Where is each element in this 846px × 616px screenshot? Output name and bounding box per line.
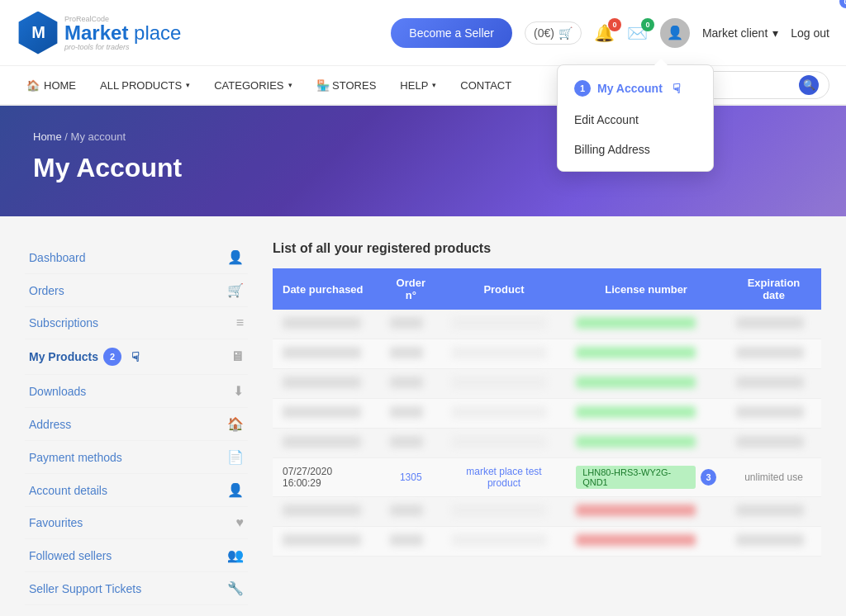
sidebar-payment-label: Payment methods	[29, 451, 122, 464]
chevron-down-icon: ▾	[772, 26, 778, 40]
logout-button[interactable]: Log out	[791, 26, 829, 40]
sidebar-item-favourites[interactable]: Favourites ♥	[25, 507, 248, 539]
sidebar-item-followed-sellers[interactable]: Followed sellers 👥	[25, 539, 248, 572]
address-icon: 🏠	[227, 416, 244, 432]
nav-categories[interactable]: CATEGORIES ▾	[204, 65, 302, 105]
cell-product: market place test product	[442, 458, 566, 497]
mail-icon-btn[interactable]: ✉️ 0	[627, 23, 648, 43]
sidebar-item-logout[interactable]: Logout ↩	[25, 605, 248, 616]
product-link[interactable]: market place test product	[466, 466, 541, 489]
dropdown-edit-account[interactable]: Edit Account	[558, 105, 713, 135]
sidebar-orders-label: Orders	[29, 284, 64, 297]
header-icons: 🔔 0 ✉️ 0 👤	[594, 18, 690, 48]
sidebar-subscriptions-label: Subscriptions	[29, 316, 98, 329]
dropdown-billing-address[interactable]: Billing Address	[558, 135, 713, 164]
table-row	[273, 310, 821, 339]
navigation-bar: 🏠 HOME ALL PRODUCTS ▾ CATEGORIES ▾ 🏪 STO…	[0, 66, 846, 106]
sidebar-item-seller-support[interactable]: Seller Support Tickets 🔧	[25, 572, 248, 605]
user-menu-label: Market client	[702, 26, 768, 40]
col-license-number: License number	[566, 268, 726, 310]
cart-icon: 🛒	[558, 26, 573, 40]
payment-icon: 📄	[227, 449, 244, 465]
sidebar-followed-sellers-label: Followed sellers	[29, 549, 112, 562]
cell-license	[566, 399, 726, 429]
main-content: Dashboard 👤 Orders 🛒 Subscriptions ≡ My …	[0, 216, 846, 616]
cell-date	[273, 369, 380, 399]
sidebar-item-orders[interactable]: Orders 🛒	[25, 274, 248, 307]
order-link[interactable]: 1305	[400, 471, 422, 483]
search-button[interactable]: 🔍	[799, 75, 819, 95]
sidebar-favourites-label: Favourites	[29, 516, 83, 529]
cell-product	[442, 399, 566, 429]
cell-expiry	[726, 527, 821, 557]
logo-hex: M	[17, 12, 59, 54]
col-order-no: Order n°	[380, 268, 442, 310]
col-expiration-date: Expiration date	[726, 268, 821, 310]
cell-license	[566, 369, 726, 399]
sidebar-item-my-products[interactable]: My Products 2 ☟ 🖥	[25, 339, 248, 375]
breadcrumb-current: My account	[71, 130, 126, 143]
cell-date: 07/27/2020 16:00:29	[273, 458, 380, 497]
sidebar-item-address[interactable]: Address 🏠	[25, 408, 248, 441]
help-arrow-icon: ▾	[432, 81, 436, 89]
mail-badge: 0	[641, 18, 654, 31]
account-dropdown: 1 My Account ☟ Edit Account Billing Addr…	[557, 64, 714, 172]
cell-expiry	[726, 310, 821, 339]
user-menu[interactable]: Market client ▾	[702, 26, 778, 40]
cell-date	[273, 310, 380, 339]
cell-product	[442, 310, 566, 339]
my-products-icon: 🖥	[231, 349, 244, 364]
sidebar-cursor-icon: ☟	[131, 349, 140, 365]
logo-main: Market place	[64, 23, 181, 43]
cart-badge: 0	[839, 0, 846, 8]
sidebar-item-payment-methods[interactable]: Payment methods 📄	[25, 441, 248, 474]
sidebar-item-dashboard[interactable]: Dashboard 👤	[25, 241, 248, 274]
become-seller-button[interactable]: Become a Seller	[391, 18, 512, 48]
cell-license: LHN80-HRS3-WY2G-QND1 3	[566, 458, 726, 497]
cell-license	[566, 527, 726, 557]
account-details-icon: 👤	[227, 482, 244, 498]
cell-order	[380, 369, 442, 399]
nav-help[interactable]: HELP ▾	[390, 65, 446, 105]
cell-expiry	[726, 369, 821, 399]
bell-icon-btn[interactable]: 🔔 0	[594, 23, 615, 43]
cell-date	[273, 497, 380, 527]
nav-all-products[interactable]: ALL PRODUCTS ▾	[90, 65, 200, 105]
sidebar-item-subscriptions[interactable]: Subscriptions ≡	[25, 307, 248, 339]
downloads-icon: ⬇	[233, 383, 244, 399]
dropdown-my-account[interactable]: 1 My Account ☟	[558, 72, 713, 105]
logo[interactable]: M ProRealCode Market place pro-tools for…	[17, 12, 181, 54]
table-row: 07/27/2020 16:00:29 1305 market place te…	[273, 458, 821, 497]
avatar[interactable]: 👤	[660, 18, 690, 48]
cell-product	[442, 369, 566, 399]
seller-support-icon: 🔧	[227, 580, 244, 596]
products-table: Date purchased Order n° Product License …	[273, 268, 821, 557]
sidebar-item-account-details[interactable]: Account details 👤	[25, 474, 248, 507]
followed-sellers-icon: 👥	[227, 547, 244, 563]
cart-price: (0€)	[534, 26, 554, 40]
cell-order	[380, 399, 442, 429]
cart-area[interactable]: (0€) 🛒 0	[525, 21, 582, 45]
sidebar-downloads-label: Downloads	[29, 385, 86, 398]
row-badge-3: 3	[701, 469, 716, 486]
nav-stores[interactable]: 🏪 STORES	[307, 65, 387, 105]
dashboard-icon: 👤	[227, 249, 244, 265]
license-tag: LHN80-HRS3-WY2G-QND1	[576, 466, 696, 489]
bell-badge: 0	[608, 18, 621, 31]
sidebar: Dashboard 👤 Orders 🛒 Subscriptions ≡ My …	[25, 241, 248, 616]
cell-license	[566, 310, 726, 339]
subscriptions-icon: ≡	[236, 315, 244, 330]
breadcrumb-separator: /	[64, 130, 70, 143]
nav-home[interactable]: 🏠 HOME	[17, 65, 86, 105]
dropdown-edit-account-label: Edit Account	[574, 113, 639, 126]
header: M ProRealCode Market place pro-tools for…	[0, 0, 846, 66]
cell-order	[380, 527, 442, 557]
table-row	[273, 399, 821, 429]
cell-date	[273, 399, 380, 429]
cell-order	[380, 429, 442, 458]
nav-contact[interactable]: CONTACT	[450, 65, 521, 105]
cell-order: 1305	[380, 458, 442, 497]
breadcrumb-home[interactable]: Home	[33, 130, 62, 143]
sidebar-item-downloads[interactable]: Downloads ⬇	[25, 375, 248, 408]
table-row	[273, 429, 821, 458]
